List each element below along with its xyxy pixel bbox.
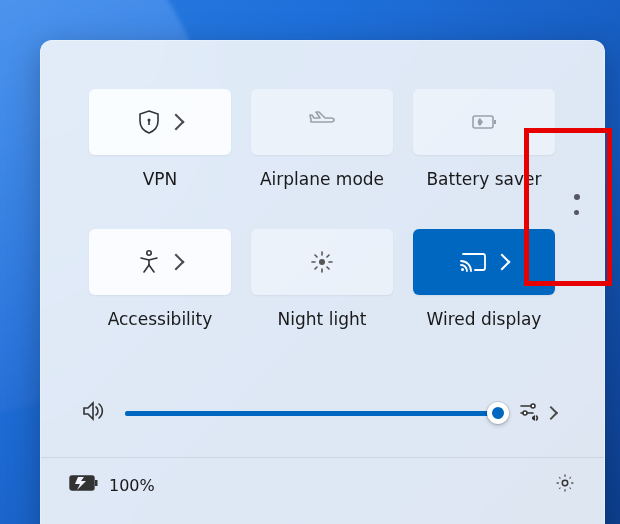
tile-battery-saver: Battery saver (413, 89, 555, 189)
cast-icon (460, 251, 486, 273)
svg-point-18 (523, 411, 527, 415)
sound-output-button[interactable] (518, 400, 556, 426)
vpn-label: VPN (143, 169, 178, 189)
svg-point-4 (147, 251, 151, 255)
quick-settings-tiles: VPN Airplane mode (41, 41, 604, 369)
svg-line-10 (315, 255, 317, 257)
quick-settings-footer: 100% (41, 457, 604, 512)
svg-point-16 (531, 404, 535, 408)
accessibility-label: Accessibility (108, 309, 213, 329)
svg-line-11 (327, 267, 329, 269)
airplane-mode-label: Airplane mode (260, 169, 384, 189)
battery-charging-icon (69, 474, 99, 496)
tile-vpn: VPN (89, 89, 231, 189)
accessibility-icon (138, 250, 160, 274)
vpn-button[interactable] (89, 89, 231, 155)
volume-slider-thumb[interactable] (487, 402, 509, 424)
battery-saver-button[interactable] (413, 89, 555, 155)
chevron-right-icon (494, 254, 511, 271)
night-light-button[interactable] (251, 229, 393, 295)
settings-button[interactable] (554, 472, 576, 498)
overflow-dots (574, 194, 580, 215)
svg-point-21 (562, 480, 568, 486)
svg-point-5 (319, 259, 325, 265)
svg-rect-3 (494, 120, 496, 124)
shield-vpn-icon (138, 110, 160, 134)
battery-status[interactable]: 100% (69, 474, 155, 496)
chevron-right-icon (544, 406, 558, 420)
accessibility-button[interactable] (89, 229, 231, 295)
battery-percent-text: 100% (109, 476, 155, 495)
speaker-icon[interactable] (81, 399, 105, 427)
quick-settings-panel: VPN Airplane mode (40, 40, 605, 524)
volume-slider[interactable] (125, 411, 498, 416)
svg-rect-20 (95, 480, 98, 486)
sound-output-icon (518, 400, 540, 426)
tile-night-light: Night light (251, 229, 393, 329)
svg-line-12 (315, 267, 317, 269)
night-light-label: Night light (278, 309, 367, 329)
wired-display-label: Wired display (427, 309, 542, 329)
volume-slider-fill (125, 411, 498, 416)
svg-line-13 (327, 255, 329, 257)
airplane-icon (309, 111, 335, 133)
battery-saver-icon (470, 112, 498, 132)
tile-accessibility: Accessibility (89, 229, 231, 329)
wired-display-button[interactable] (413, 229, 555, 295)
tile-airplane-mode: Airplane mode (251, 89, 393, 189)
battery-saver-label: Battery saver (426, 169, 541, 189)
volume-row (41, 369, 604, 457)
night-light-icon (310, 250, 334, 274)
tile-wired-display: Wired display (413, 229, 555, 329)
chevron-right-icon (168, 114, 185, 131)
airplane-mode-button[interactable] (251, 89, 393, 155)
svg-point-14 (461, 268, 464, 271)
chevron-right-icon (168, 254, 185, 271)
